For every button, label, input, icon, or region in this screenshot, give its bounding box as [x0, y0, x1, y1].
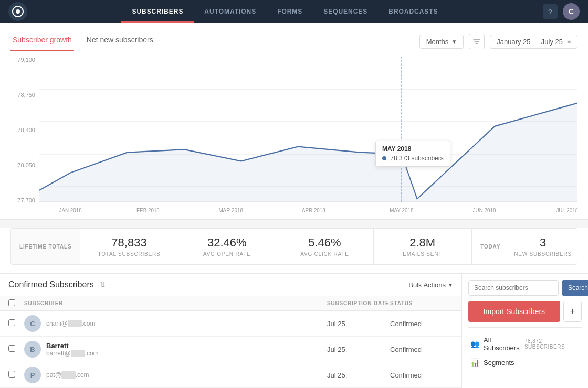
chart-tabs: Subscriber growth Net new subscribers [10, 31, 166, 51]
import-row: Import Subscribers + [468, 301, 582, 322]
segments-icon: 📊 [470, 358, 479, 367]
svg-text:FEB 2018: FEB 2018 [136, 207, 160, 213]
stat-emails-value: 2.8M [384, 236, 460, 250]
header-right: ? C [543, 3, 580, 20]
row-status-3: Confirmed [390, 371, 453, 379]
stat-emails-label: EMAILS SENT [384, 251, 460, 257]
nav-automations[interactable]: AUTOMATIONS [194, 0, 267, 23]
subscriber-info-3: pat@ .com [46, 371, 89, 379]
y-label-4: 78,050 [17, 162, 35, 168]
sidebar-row-left: 👥 All Subscribers [470, 336, 524, 352]
filter-button[interactable] [469, 34, 485, 49]
date-range-value: January 25 — July 25 [497, 38, 563, 46]
subscriber-2: B Barrett barrett@ .com [24, 341, 327, 358]
stat-emails-sent: 2.8M EMAILS SENT [374, 229, 471, 264]
row-check-3[interactable] [8, 370, 24, 380]
subscriber-email-1: charli@ .com [46, 320, 96, 327]
col-check-all [8, 299, 24, 307]
col-header-subscriber: SUBSCRIBER [24, 300, 327, 306]
stat-open-value: 32.46% [189, 236, 265, 250]
all-subscribers-count: 78,872 SUBSCRIBERS [524, 338, 580, 350]
row-date-3: Jul 25, [327, 371, 390, 379]
subscriber-email-2: barrett@ .com [46, 350, 99, 357]
search-input[interactable] [468, 280, 559, 296]
subscribers-table: Confirmed Subscribers ⇅ Bulk Actions ▼ S… [0, 274, 462, 388]
search-button[interactable]: Search [562, 280, 588, 296]
tooltip-value: 78,373 subscribers [382, 155, 444, 162]
subscriber-name-2: Barrett [46, 342, 99, 350]
nav-items: SUBSCRIBERS AUTOMATIONS FORMS SEQUENCES … [121, 0, 448, 23]
svg-text:MAY 2018: MAY 2018 [390, 207, 413, 213]
help-button[interactable]: ? [543, 4, 558, 19]
nav-broadcasts[interactable]: BROADCASTS [378, 0, 448, 23]
chart-svg-container: JAN 2018 FEB 2018 MAR 2018 APR 2018 MAY … [39, 57, 578, 219]
months-dropdown[interactable]: Months ▼ [419, 35, 464, 49]
row-status-1: Confirmed [390, 320, 453, 328]
header: SUBSCRIBERS AUTOMATIONS FORMS SEQUENCES … [0, 0, 588, 23]
bulk-actions-dropdown[interactable]: Bulk Actions ▼ [408, 281, 453, 289]
logo[interactable] [8, 2, 27, 21]
chart-header: Subscriber growth Net new subscribers Mo… [10, 23, 578, 51]
chart-area: 79,100 78,750 78,400 78,050 77,700 [10, 57, 578, 219]
tab-subscriber-growth[interactable]: Subscriber growth [10, 31, 74, 51]
add-subscriber-button[interactable]: + [563, 301, 582, 322]
nav-forms[interactable]: FORMS [267, 0, 313, 23]
table-title: Confirmed Subscribers [8, 280, 94, 289]
stat-new-label: NEW SUBSCRIBERS [514, 251, 572, 257]
nav-sequences[interactable]: SEQUENCES [313, 0, 378, 23]
chart-section: Subscriber growth Net new subscribers Mo… [0, 23, 588, 220]
row-status-2: Confirmed [390, 346, 453, 353]
chart-svg: JAN 2018 FEB 2018 MAR 2018 APR 2018 MAY … [39, 57, 578, 219]
check-all-checkbox[interactable] [8, 299, 15, 306]
lifetime-label: LIFETIME TOTALS [19, 244, 71, 250]
stat-new-subscribers: 3 NEW SUBSCRIBERS [509, 229, 577, 264]
y-label-3: 78,400 [17, 127, 35, 133]
bottom-section: Confirmed Subscribers ⇅ Bulk Actions ▼ S… [0, 274, 588, 388]
tooltip-count: 78,373 [390, 155, 410, 162]
col-header-date: SUBSCRIPTION DATE [327, 300, 390, 306]
stats-bar: LIFETIME TOTALS 78,833 TOTAL SUBSCRIBERS… [10, 228, 578, 265]
stat-open-rate: 32.46% AVG OPEN RATE [178, 229, 276, 264]
stat-total-subscribers: 78,833 TOTAL SUBSCRIBERS [80, 229, 178, 264]
stat-click-value: 5.46% [287, 236, 363, 250]
subscriber-info-1: charli@ .com [46, 320, 96, 327]
sidebar-segments-left: 📊 Segments [470, 358, 514, 367]
import-subscribers-button[interactable]: Import Subscribers [468, 301, 560, 322]
avatar-1: C [24, 315, 41, 332]
row-date-1: Jul 25, [327, 320, 390, 328]
avatar[interactable]: C [563, 3, 580, 20]
table-col-headers: SUBSCRIBER SUBSCRIPTION DATE STATUS [0, 296, 461, 311]
avatar-2: B [24, 341, 41, 358]
right-sidebar: Search Import Subscribers + 👥 All Subscr… [462, 274, 588, 388]
y-label-1: 79,100 [17, 57, 35, 63]
all-subscribers-label: All Subscribers [484, 336, 524, 352]
tooltip-dot [382, 156, 386, 160]
tab-net-subscribers[interactable]: Net new subscribers [85, 31, 155, 51]
tooltip-title: MAY 2018 [382, 145, 444, 153]
stat-new-value: 3 [514, 236, 572, 250]
svg-text:JAN 2018: JAN 2018 [59, 207, 82, 213]
sidebar-row-all-subscribers[interactable]: 👥 All Subscribers 78,872 SUBSCRIBERS [468, 333, 582, 355]
subscriber-1: C charli@ .com [24, 315, 327, 332]
row-check-1[interactable] [8, 319, 24, 328]
svg-text:JUL 2018: JUL 2018 [556, 207, 578, 213]
stat-total-value: 78,833 [91, 236, 167, 250]
stat-today-section: TODAY 3 NEW SUBSCRIBERS [471, 229, 577, 264]
row-check-2[interactable] [8, 344, 24, 354]
sidebar-section: 👥 All Subscribers 78,872 SUBSCRIBERS 📊 S… [468, 327, 582, 370]
sidebar-row-segments[interactable]: 📊 Segments [468, 355, 582, 370]
table-row: C charli@ .com Jul 25, Confirmed [0, 311, 461, 337]
stat-click-label: AVG CLICK RATE [287, 251, 363, 257]
subscriber-email-3: pat@ .com [46, 371, 89, 379]
months-label: Months [426, 38, 449, 46]
sort-icon[interactable]: ⇅ [99, 281, 106, 289]
subscriber-info-2: Barrett barrett@ .com [46, 342, 99, 357]
bulk-actions-label: Bulk Actions [408, 281, 446, 289]
tooltip-suffix: subscribers [411, 155, 443, 162]
list-icon: ≡ [567, 38, 571, 45]
col-header-status: STATUS [390, 300, 453, 306]
nav-subscribers[interactable]: SUBSCRIBERS [121, 0, 194, 23]
stat-open-label: AVG OPEN RATE [189, 251, 265, 257]
date-range-picker[interactable]: January 25 — July 25 ≡ [490, 35, 578, 49]
table-header: Confirmed Subscribers ⇅ Bulk Actions ▼ [0, 274, 461, 296]
